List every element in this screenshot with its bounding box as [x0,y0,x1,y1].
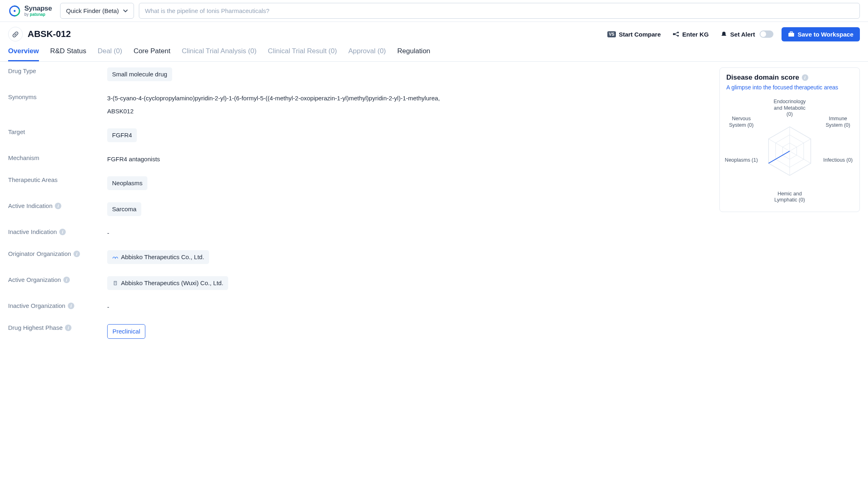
info-icon[interactable]: i [73,251,80,257]
label-originator: Originator Organization i [8,250,107,257]
logo-name: Synapse [24,5,52,13]
row-active-org: Active Organization i Abbisko Therapeuti… [8,276,710,290]
building-icon [112,281,119,286]
chip-target[interactable]: FGFR4 [107,128,137,142]
label-therapeutic: Therapeutic Areas [8,176,107,183]
logo[interactable]: Synapse by patsnap [8,4,52,17]
info-icon[interactable]: i [59,229,66,235]
label-active-indication: Active Indication i [8,202,107,209]
radar-label-infectious: Infectious (0) [820,157,856,164]
label-drug-type: Drug Type [8,67,107,74]
row-synonyms: Synonyms 3-(5-cyano-4-(cyclopropylamino)… [8,93,710,116]
value-synonyms: 3-(5-cyano-4-(cyclopropylamino)pyridin-2… [107,93,710,116]
org-logo-icon [112,255,119,260]
chip-highest-phase[interactable]: Preclinical [107,324,145,339]
top-header: Synapse by patsnap Quick Finder (Beta) [0,0,868,22]
chip-active-org[interactable]: Abbisko Therapeutics (Wuxi) Co., Ltd. [107,276,228,290]
logo-byline: by patsnap [24,12,52,17]
row-drug-type: Drug Type Small molecule drug [8,67,710,81]
value-inactive-indication: - [107,228,710,238]
save-workspace-button[interactable]: Save to Workspace [782,27,860,41]
radar-chart: Endocrinology and Metabolic (0) Immune S… [726,96,853,206]
row-target: Target FGFR4 [8,128,710,142]
tabs: OverviewR&D StatusDeal (0)Core PatentCli… [0,41,868,62]
graph-icon [672,31,680,37]
row-mechanism: Mechanism FGFR4 antagonists [8,154,710,164]
label-active-org: Active Organization i [8,276,107,283]
tab-deal-0: Deal (0) [97,47,122,61]
chip-therapeutic[interactable]: Neoplasms [107,176,147,190]
chip-drug-type[interactable]: Small molecule drug [107,67,172,81]
svg-line-8 [675,32,677,34]
search-input[interactable] [139,3,860,19]
row-inactive-org: Inactive Organization i - [8,302,710,312]
label-mechanism: Mechanism [8,154,107,161]
vs-badge-icon: VS [607,31,616,37]
svg-line-9 [675,34,677,36]
title-bar: ABSK-012 VS Start Compare Enter KG Set A… [0,22,868,41]
label-inactive-indication: Inactive Indication i [8,228,107,235]
tab-clinical-trial-analysis-0: Clinical Trial Analysis (0) [182,47,257,61]
chip-originator[interactable]: Abbisko Therapeutics Co., Ltd. [107,250,209,264]
start-compare-button[interactable]: VS Start Compare [604,28,664,40]
briefcase-icon [788,31,795,37]
drug-name: ABSK-012 [28,29,71,39]
info-icon[interactable]: i [802,74,808,81]
row-therapeutic: Therapeutic Areas Neoplasms [8,176,710,190]
side-card-title: Disease domain score i [726,74,853,82]
svg-point-6 [677,32,679,33]
info-icon[interactable]: i [65,325,71,331]
label-inactive-org: Inactive Organization i [8,302,107,309]
tab-overview[interactable]: Overview [8,47,39,61]
chip-active-indication[interactable]: Sarcoma [107,202,141,216]
info-icon[interactable]: i [68,303,74,309]
value-mechanism: FGFR4 antagonists [107,154,710,164]
side-card-subtitle[interactable]: A glimpse into the focused therapeutic a… [726,84,853,91]
row-inactive-indication: Inactive Indication i - [8,228,710,238]
radar-label-endo: Endocrinology and Metabolic (0) [771,99,808,118]
tab-core-patent[interactable]: Core Patent [134,47,171,61]
quick-finder-label: Quick Finder (Beta) [66,7,119,14]
label-target: Target [8,128,107,135]
label-synonyms: Synonyms [8,93,107,100]
tab-clinical-trial-result-0: Clinical Trial Result (0) [268,47,337,61]
row-highest-phase: Drug Highest Phase i Preclinical [8,324,710,339]
details-panel: Drug Type Small molecule drug Synonyms 3… [8,67,710,351]
drug-icon [8,27,23,41]
svg-line-4 [15,33,17,35]
tab-approval-0: Approval (0) [348,47,386,61]
row-active-indication: Active Indication i Sarcoma [8,202,710,216]
info-icon[interactable]: i [55,203,61,209]
pill-icon [11,30,19,38]
svg-point-5 [673,33,675,35]
tab-r-d-status[interactable]: R&D Status [50,47,86,61]
tab-regulation[interactable]: Regulation [397,47,430,61]
alert-toggle[interactable] [760,30,773,38]
value-inactive-org: - [107,302,710,312]
svg-point-7 [677,35,679,37]
radar-svg [761,123,818,180]
disease-domain-card: Disease domain score i A glimpse into th… [719,67,860,212]
logo-icon [8,4,21,17]
radar-label-neoplasms: Neoplasms (1) [723,157,760,164]
label-highest-phase: Drug Highest Phase i [8,324,107,331]
radar-label-nervous: Nervous System (0) [723,116,760,128]
radar-label-immune: Immune System (0) [820,116,856,128]
set-alert-button[interactable]: Set Alert [717,28,777,40]
svg-rect-10 [788,33,794,37]
chevron-down-icon [123,9,128,13]
svg-point-2 [14,10,16,12]
radar-label-hemic: Hemic and Lymphatic (0) [771,191,808,204]
bell-icon [720,31,728,37]
content: Drug Type Small molecule drug Synonyms 3… [0,62,868,357]
svg-rect-11 [790,32,792,33]
enter-kg-button[interactable]: Enter KG [669,28,712,40]
quick-finder-button[interactable]: Quick Finder (Beta) [60,3,134,19]
info-icon[interactable]: i [63,277,70,283]
row-originator: Originator Organization i Abbisko Therap… [8,250,710,264]
